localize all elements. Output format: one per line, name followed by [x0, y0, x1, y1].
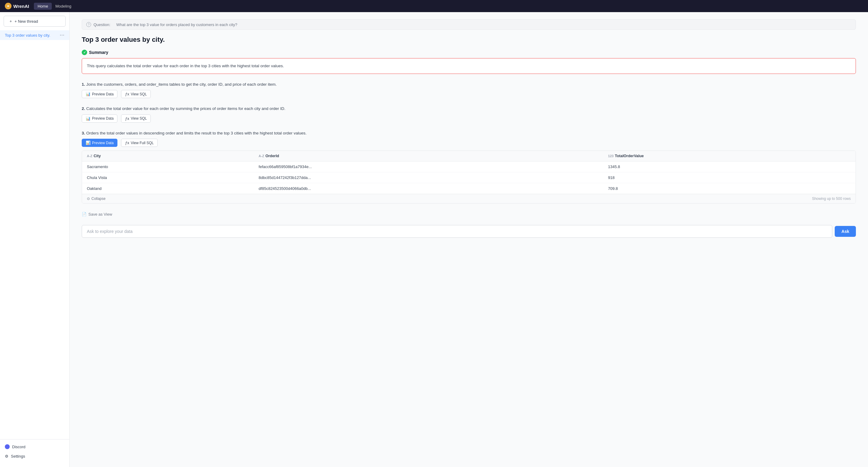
preview-data-2-icon: 📊: [86, 116, 91, 121]
cell-city: Chula Vista: [82, 172, 254, 183]
preview-data-3-icon: 📊: [86, 141, 91, 145]
steps-container: 1. Joins the customers, orders, and orde…: [82, 81, 856, 204]
check-icon: ✓: [82, 50, 87, 55]
main-layout: ＋ + New thread Top 3 order values by cit…: [0, 12, 868, 467]
ask-section: Ask: [82, 225, 856, 238]
step-text: 2. Calculates the total order value for …: [82, 106, 856, 112]
sidebar-item-label: Top 3 order values by city.: [5, 33, 60, 37]
page-title: Top 3 order values by city.: [82, 36, 856, 43]
sidebar-item-discord[interactable]: Discord: [0, 442, 69, 451]
collapse-label: Collapse: [91, 197, 105, 201]
new-thread-label: + New thread: [14, 19, 38, 24]
save-label: Save as View: [88, 212, 112, 216]
question-icon: ?: [86, 22, 91, 27]
save-icon: 📄: [82, 212, 87, 216]
preview-data-2-button[interactable]: 📊 Preview Data: [82, 115, 117, 123]
col-header-orderid: A-ZOrderId: [254, 151, 603, 162]
step-1: 1. Joins the customers, orders, and orde…: [82, 81, 856, 98]
step-text: 1. Joins the customers, orders, and orde…: [82, 81, 856, 88]
collapse-icon: ⊙: [87, 197, 90, 201]
sidebar-item-top3-order[interactable]: Top 3 order values by city. ⋯: [0, 30, 69, 40]
nav-tab-home[interactable]: Home: [34, 3, 52, 10]
col-header-city: A-ZCity: [82, 151, 254, 162]
sidebar-item-settings[interactable]: ⚙ Settings: [0, 451, 69, 461]
view-sql-1-icon: ƒx: [125, 92, 129, 96]
preview-data-3-button[interactable]: 📊 Preview Data: [82, 139, 117, 147]
col-type-icon: A-Z: [87, 154, 92, 158]
view-full-sql-3-icon: ƒx: [125, 141, 129, 145]
plus-icon: ＋: [9, 19, 13, 24]
discord-icon: [5, 444, 10, 449]
preview-data-1-icon: 📊: [86, 92, 91, 96]
step-actions: 📊 Preview Data ƒx View Full SQL: [82, 139, 856, 147]
question-prefix: Question:: [94, 22, 111, 27]
row-count: Showing up to 500 rows: [812, 197, 851, 201]
cell-orderid: 8dbc85d1447242f3b127dda...: [254, 172, 603, 183]
sidebar-items: Top 3 order values by city. ⋯: [0, 30, 69, 40]
col-type-icon: A-Z: [259, 154, 264, 158]
question-bar: ? Question: What are the top 3 value for…: [82, 19, 856, 30]
cell-orderid: fefacc66af859508bf1a7934e...: [254, 162, 603, 172]
cell-total: 918: [603, 172, 856, 183]
table-row: Sacramento fefacc66af859508bf1a7934e... …: [82, 162, 856, 172]
main-content: ? Question: What are the top 3 value for…: [70, 12, 868, 467]
summary-text: This query calculates the total order va…: [87, 64, 284, 68]
preview-data-3-label: Preview Data: [92, 141, 114, 145]
view-sql-2-button[interactable]: ƒx View SQL: [121, 115, 151, 123]
step-text: 3. Orders the total order values in desc…: [82, 130, 856, 137]
step-actions: 📊 Preview Data ƒx View SQL: [82, 115, 856, 123]
col-type-icon: 123: [608, 154, 614, 158]
save-as-view-button[interactable]: 📄 Save as View: [82, 211, 112, 218]
cell-total: 709.8: [603, 183, 856, 194]
sidebar: ＋ + New thread Top 3 order values by cit…: [0, 12, 70, 467]
view-full-sql-3-label: View Full SQL: [131, 141, 154, 145]
logo: WrenAI: [5, 3, 29, 9]
table-row: Chula Vista 8dbc85d1447242f3b127dda... 9…: [82, 172, 856, 183]
preview-data-1-button[interactable]: 📊 Preview Data: [82, 90, 117, 98]
settings-label: Settings: [11, 454, 25, 459]
question-text: What are the top 3 value for orders plac…: [116, 22, 237, 27]
step-2: 2. Calculates the total order value for …: [82, 106, 856, 123]
view-full-sql-3-button[interactable]: ƒx View Full SQL: [121, 139, 158, 147]
summary-label: Summary: [89, 50, 108, 55]
summary-header: ✓ Summary: [82, 50, 856, 55]
data-table: A-ZCity A-ZOrderId 123TotalOrderValue Sa…: [82, 150, 856, 204]
logo-text: WrenAI: [13, 4, 29, 9]
logo-icon: [5, 3, 11, 9]
settings-icon: ⚙: [5, 454, 8, 459]
step-actions: 📊 Preview Data ƒx View SQL: [82, 90, 856, 98]
cell-city: Oakland: [82, 183, 254, 194]
table-row: Oakland df85c824523500d4066a0db... 709.8: [82, 183, 856, 194]
top-nav: WrenAI HomeModeling: [0, 0, 868, 12]
cell-city: Sacramento: [82, 162, 254, 172]
preview-data-2-label: Preview Data: [92, 116, 114, 120]
ask-submit-button[interactable]: Ask: [835, 226, 856, 237]
view-sql-2-label: View SQL: [131, 116, 147, 120]
step-3: 3. Orders the total order values in desc…: [82, 130, 856, 204]
ask-input[interactable]: [82, 225, 832, 238]
cell-total: 1345.8: [603, 162, 856, 172]
sidebar-bottom: Discord ⚙ Settings: [0, 439, 69, 463]
view-sql-1-label: View SQL: [131, 92, 147, 96]
preview-data-1-label: Preview Data: [92, 92, 114, 96]
result-table: A-ZCity A-ZOrderId 123TotalOrderValue Sa…: [82, 151, 856, 194]
sidebar-item-menu-icon[interactable]: ⋯: [60, 33, 64, 37]
view-sql-2-icon: ƒx: [125, 116, 129, 121]
table-footer: ⊙ Collapse Showing up to 500 rows: [82, 194, 856, 203]
summary-box: This query calculates the total order va…: [82, 58, 856, 74]
nav-tabs: HomeModeling: [34, 3, 75, 10]
discord-label: Discord: [12, 445, 25, 449]
col-header-totalordervalue: 123TotalOrderValue: [603, 151, 856, 162]
collapse-button[interactable]: ⊙ Collapse: [87, 197, 105, 201]
new-thread-button[interactable]: ＋ + New thread: [4, 16, 66, 27]
ask-submit-label: Ask: [841, 229, 849, 234]
view-sql-1-button[interactable]: ƒx View SQL: [121, 90, 151, 98]
cell-orderid: df85c824523500d4066a0db...: [254, 183, 603, 194]
nav-tab-modeling[interactable]: Modeling: [52, 3, 75, 10]
